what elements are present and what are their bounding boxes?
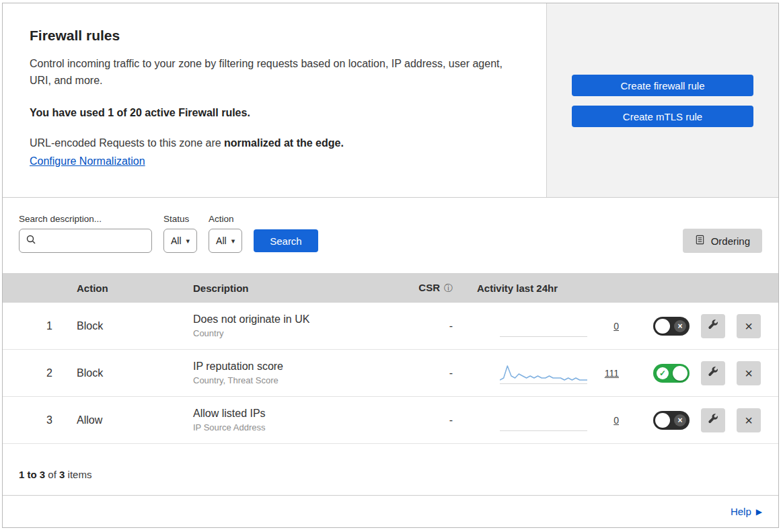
- close-icon: ×: [745, 319, 753, 333]
- normalization-bold-text: normalized at the edge.: [224, 137, 344, 149]
- rule-csr-value: -: [395, 414, 462, 426]
- column-header-csr: CSRⓘ: [395, 282, 462, 295]
- edit-rule-button[interactable]: [701, 408, 725, 432]
- search-input[interactable]: [41, 235, 145, 247]
- toggle-state-icon: [657, 367, 669, 379]
- ordering-button-label: Ordering: [711, 235, 750, 247]
- rule-description: IP reputation score: [193, 360, 395, 373]
- close-icon: ×: [745, 414, 753, 427]
- rule-activity-cell: 111: [462, 363, 634, 384]
- overview-text-panel: Firewall rules Control incoming traffic …: [3, 3, 546, 197]
- rule-csr-value: -: [395, 320, 462, 332]
- search-icon: [26, 235, 36, 247]
- activity-sparkline: [500, 315, 587, 337]
- table-row: 3 Allow Allow listed IPs IP Source Addre…: [3, 397, 778, 444]
- usage-summary: You have used 1 of 20 active Firewall ru…: [30, 107, 519, 119]
- page-description: Control incoming traffic to your zone by…: [30, 56, 519, 89]
- wrench-icon: [708, 414, 718, 426]
- search-button[interactable]: Search: [254, 229, 318, 252]
- rule-enabled-toggle[interactable]: [653, 411, 690, 430]
- rule-csr-value: -: [395, 367, 462, 379]
- status-filter-field: Status All ▾: [163, 214, 197, 253]
- firewall-rules-page: Firewall rules Control incoming traffic …: [2, 3, 779, 528]
- activity-count-link[interactable]: 111: [605, 368, 619, 379]
- rule-enabled-toggle[interactable]: [653, 364, 690, 383]
- edit-rule-button[interactable]: [701, 314, 725, 338]
- activity-count-link[interactable]: 0: [613, 415, 619, 426]
- wrench-icon: [708, 319, 718, 332]
- rule-controls: ×: [634, 361, 778, 385]
- arrow-right-icon: ▶: [756, 507, 762, 517]
- status-filter-label: Status: [163, 214, 197, 224]
- create-mtls-rule-button[interactable]: Create mTLS rule: [572, 106, 753, 127]
- rule-criteria: Country: [193, 328, 395, 338]
- rule-activity-cell: 0: [462, 315, 634, 337]
- activity-sparkline: [500, 363, 587, 384]
- rule-action: Block: [63, 367, 181, 379]
- rule-enabled-toggle[interactable]: [653, 317, 690, 336]
- page-title: Firewall rules: [30, 28, 519, 44]
- rule-priority: 3: [3, 414, 63, 426]
- toggle-knob: [655, 413, 670, 428]
- csr-header-label: CSR: [418, 282, 440, 293]
- action-filter-label: Action: [209, 214, 242, 224]
- rule-priority: 1: [3, 320, 63, 332]
- action-filter-select[interactable]: All ▾: [209, 229, 242, 253]
- column-header-action: Action: [63, 282, 181, 294]
- toggle-knob: [655, 319, 670, 334]
- rule-criteria: Country, Threat Score: [193, 375, 395, 385]
- items-of-text: of: [45, 469, 59, 480]
- status-filter-select[interactable]: All ▾: [163, 229, 197, 253]
- toggle-state-icon: [674, 414, 686, 426]
- normalization-text: URL-encoded Requests to this zone are: [30, 137, 224, 149]
- activity-count-link[interactable]: 0: [613, 321, 619, 332]
- rule-description-cell: IP reputation score Country, Threat Scor…: [181, 360, 395, 385]
- rule-controls: ×: [634, 314, 778, 338]
- create-firewall-rule-button[interactable]: Create firewall rule: [572, 75, 753, 96]
- actions-panel: Create firewall rule Create mTLS rule: [546, 3, 778, 197]
- rule-description-cell: Allow listed IPs IP Source Address: [181, 408, 395, 432]
- delete-rule-button[interactable]: ×: [737, 408, 761, 432]
- ordering-list-icon: [695, 235, 705, 247]
- search-field: Search description...: [19, 214, 152, 253]
- close-icon: ×: [745, 367, 753, 380]
- delete-rule-button[interactable]: ×: [737, 314, 761, 338]
- action-filter-field: Action All ▾: [209, 214, 242, 253]
- search-input-box: [19, 229, 152, 253]
- items-label: items: [65, 469, 91, 480]
- rule-description-cell: Does not originate in UK Country: [181, 313, 395, 338]
- rule-action: Allow: [63, 414, 181, 426]
- overview-section: Firewall rules Control incoming traffic …: [3, 3, 778, 198]
- configure-normalization-link[interactable]: Configure Normalization: [30, 155, 145, 167]
- rule-description: Allow listed IPs: [193, 408, 395, 420]
- ordering-button[interactable]: Ordering: [683, 229, 762, 253]
- chevron-down-icon: ▾: [231, 237, 235, 245]
- search-label: Search description...: [19, 214, 152, 224]
- chevron-down-icon: ▾: [186, 237, 190, 245]
- rule-priority: 2: [3, 367, 63, 379]
- rule-controls: ×: [634, 408, 778, 432]
- column-header-description: Description: [181, 282, 395, 294]
- toggle-knob: [673, 366, 687, 381]
- help-link[interactable]: Help ▶: [731, 506, 762, 517]
- rule-description: Does not originate in UK: [193, 313, 395, 326]
- status-filter-value: All: [171, 235, 182, 246]
- normalization-note: URL-encoded Requests to this zone are no…: [30, 137, 519, 149]
- help-link-label: Help: [731, 506, 751, 517]
- items-range: 1 to 3: [19, 469, 45, 480]
- toggle-state-icon: [674, 320, 686, 332]
- action-filter-value: All: [216, 235, 227, 246]
- table-row: 1 Block Does not originate in UK Country…: [3, 303, 778, 350]
- table-row: 2 Block IP reputation score Country, Thr…: [3, 350, 778, 397]
- rule-criteria: IP Source Address: [193, 422, 395, 432]
- activity-sparkline: [500, 410, 587, 431]
- pagination-summary: 1 to 3 of 3 items: [3, 444, 778, 495]
- rule-activity-cell: 0: [462, 410, 634, 431]
- table-header: Action Description CSRⓘ Activity last 24…: [3, 273, 778, 303]
- info-icon[interactable]: ⓘ: [444, 283, 453, 293]
- wrench-icon: [708, 367, 718, 379]
- delete-rule-button[interactable]: ×: [737, 361, 761, 385]
- rule-action: Block: [63, 320, 181, 332]
- help-bar: Help ▶: [3, 495, 778, 527]
- edit-rule-button[interactable]: [701, 361, 725, 385]
